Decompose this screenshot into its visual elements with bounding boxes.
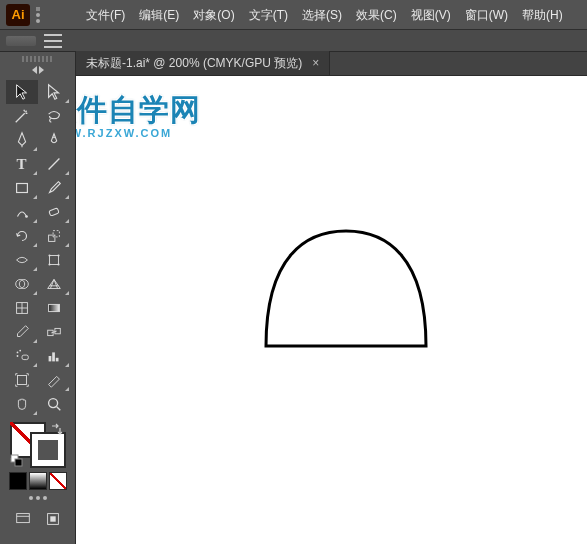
svg-rect-25	[48, 356, 51, 361]
eyedropper-tool[interactable]	[6, 320, 38, 344]
svg-line-30	[56, 407, 60, 411]
svg-point-3	[25, 215, 28, 218]
svg-rect-17	[48, 304, 59, 311]
svg-point-10	[48, 263, 50, 265]
menu-select[interactable]: 选择(S)	[296, 3, 348, 28]
width-tool[interactable]	[6, 248, 38, 272]
menu-effect[interactable]: 效果(C)	[350, 3, 403, 28]
svg-point-29	[48, 399, 57, 408]
direct-selection-tool[interactable]	[38, 80, 70, 104]
document-tabs: 未标题-1.ai* @ 200% (CMYK/GPU 预览) ×	[76, 52, 587, 76]
close-tab-icon[interactable]: ×	[312, 56, 319, 70]
tools-collapse-icon[interactable]	[32, 66, 44, 76]
svg-rect-27	[55, 358, 58, 362]
selection-tool[interactable]	[6, 80, 38, 104]
free-transform-tool[interactable]	[38, 248, 70, 272]
color-mode-solid[interactable]	[9, 472, 27, 490]
magic-wand-tool[interactable]	[6, 104, 38, 128]
svg-rect-33	[16, 514, 29, 523]
column-graph-tool[interactable]	[38, 344, 70, 368]
tools-panel: T	[0, 52, 76, 544]
menu-view[interactable]: 视图(V)	[405, 3, 457, 28]
svg-rect-7	[49, 256, 58, 265]
control-panel	[0, 30, 587, 52]
zoom-tool[interactable]	[38, 392, 70, 416]
type-tool[interactable]: T	[6, 152, 38, 176]
menu-object[interactable]: 对象(O)	[187, 3, 240, 28]
svg-line-20	[51, 331, 56, 333]
fill-stroke-swatch[interactable]	[10, 422, 66, 468]
menu-window[interactable]: 窗口(W)	[459, 3, 514, 28]
drawing-mode-icon[interactable]	[41, 508, 65, 530]
svg-point-9	[57, 254, 59, 256]
mesh-tool[interactable]	[6, 296, 38, 320]
rectangle-tool[interactable]	[6, 176, 38, 200]
rotate-tool[interactable]	[6, 224, 38, 248]
eraser-tool[interactable]	[38, 200, 70, 224]
screen-mode-icon[interactable]	[11, 508, 35, 530]
color-mode-none[interactable]	[49, 472, 67, 490]
curvature-tool[interactable]	[38, 128, 70, 152]
paintbrush-tool[interactable]	[38, 176, 70, 200]
lasso-tool[interactable]	[38, 104, 70, 128]
app-logo: Ai	[6, 4, 30, 26]
tools-more-icon[interactable]	[29, 496, 47, 500]
svg-point-0	[53, 136, 55, 138]
svg-rect-32	[15, 459, 22, 466]
svg-point-22	[16, 352, 18, 354]
menu-file[interactable]: 文件(F)	[80, 3, 131, 28]
window-layout-icon[interactable]	[36, 7, 40, 23]
menu-type[interactable]: 文字(T)	[243, 3, 294, 28]
svg-line-1	[48, 159, 59, 170]
svg-rect-6	[53, 231, 59, 237]
scale-tool[interactable]	[38, 224, 70, 248]
shaper-tool[interactable]	[6, 200, 38, 224]
menu-help[interactable]: 帮助(H)	[516, 3, 569, 28]
svg-point-8	[48, 254, 50, 256]
svg-rect-28	[17, 376, 26, 385]
svg-point-11	[57, 263, 59, 265]
svg-rect-2	[16, 184, 27, 193]
shape-builder-tool[interactable]	[6, 272, 38, 296]
panel-grip[interactable]	[6, 36, 36, 46]
canvas[interactable]: 软件自学网 WWW.RJZXW.COM	[76, 76, 587, 544]
stroke-swatch[interactable]	[30, 432, 66, 468]
svg-rect-36	[50, 516, 55, 521]
perspective-grid-tool[interactable]	[38, 272, 70, 296]
watermark-title: 软件自学网	[76, 90, 201, 131]
color-mode-row	[9, 472, 67, 490]
tools-grip[interactable]	[22, 56, 54, 62]
menu-edit[interactable]: 编辑(E)	[133, 3, 185, 28]
slice-tool[interactable]	[38, 368, 70, 392]
menubar: 文件(F) 编辑(E) 对象(O) 文字(T) 选择(S) 效果(C) 视图(V…	[80, 0, 569, 30]
blend-tool[interactable]	[38, 320, 70, 344]
symbol-sprayer-tool[interactable]	[6, 344, 38, 368]
svg-rect-4	[48, 208, 58, 216]
watermark: 软件自学网 WWW.RJZXW.COM	[76, 90, 201, 139]
panel-menu-icon[interactable]	[44, 34, 62, 48]
svg-rect-5	[48, 235, 54, 241]
default-fill-stroke-icon[interactable]	[10, 454, 24, 468]
line-tool[interactable]	[38, 152, 70, 176]
svg-point-23	[19, 350, 21, 352]
svg-rect-26	[52, 352, 55, 361]
svg-point-24	[16, 355, 18, 357]
color-mode-gradient[interactable]	[29, 472, 47, 490]
document-tab-title: 未标题-1.ai* @ 200% (CMYK/GPU 预览)	[86, 55, 302, 72]
hand-tool[interactable]	[6, 392, 38, 416]
swap-fill-stroke-icon[interactable]	[50, 422, 64, 436]
pen-tool[interactable]	[6, 128, 38, 152]
svg-rect-21	[22, 355, 28, 360]
document-tab[interactable]: 未标题-1.ai* @ 200% (CMYK/GPU 预览) ×	[76, 51, 330, 75]
gradient-tool[interactable]	[38, 296, 70, 320]
artboard-tool[interactable]	[6, 368, 38, 392]
